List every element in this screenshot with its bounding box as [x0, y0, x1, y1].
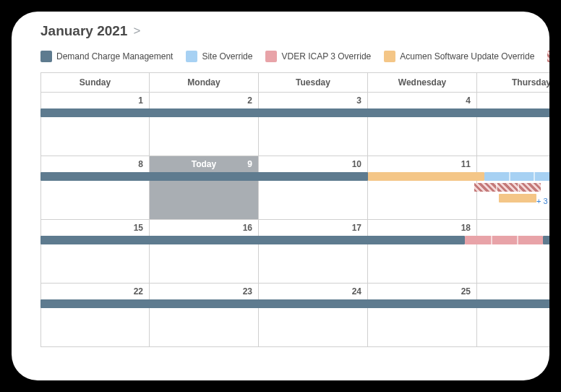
calendar-cell[interactable]: 4 — [368, 93, 477, 155]
day-header-row: SundayMondayTuesdayWednesdayThursday — [40, 72, 549, 93]
legend-label: Acumen Software Update Override — [400, 51, 534, 61]
day-header: Sunday — [40, 73, 150, 92]
legend-label: Site Override — [202, 51, 252, 61]
event-bar[interactable] — [484, 172, 549, 181]
date-number: 22 — [134, 286, 143, 297]
month-title: January 2021 — [40, 23, 127, 39]
event-bar[interactable] — [368, 172, 484, 181]
more-events-link[interactable]: + 3 More — [536, 197, 549, 205]
legend-swatch — [265, 51, 277, 62]
calendar-cell[interactable]: 2 — [150, 93, 259, 155]
legend-item: VDER ICAP 3 Override — [265, 51, 371, 62]
legend-swatch — [547, 51, 549, 62]
date-number: 1 — [138, 95, 143, 106]
date-number: 24 — [352, 286, 361, 297]
date-number: 11 — [461, 159, 471, 169]
calendar-cell[interactable]: 11 — [368, 156, 477, 219]
calendar-cell[interactable] — [477, 284, 549, 346]
calendar-cell[interactable]: 3 — [259, 93, 368, 155]
calendar-cell[interactable] — [477, 93, 549, 155]
calendar-cell[interactable]: 10 — [259, 156, 368, 219]
calendar-cell[interactable]: 25 — [368, 284, 477, 346]
day-header: Thursday — [477, 73, 549, 92]
day-header: Tuesday — [259, 73, 368, 92]
legend: Demand Charge ManagementSite OverrideVDE… — [40, 48, 549, 72]
next-month-button[interactable]: > — [133, 24, 140, 38]
date-number: 17 — [352, 223, 361, 233]
legend-label: VDER ICAP 3 Override — [281, 51, 371, 61]
calendar-cell[interactable]: 24 — [259, 284, 368, 346]
legend-item — [547, 51, 549, 62]
calendar-week: 22232425 — [40, 284, 549, 347]
legend-item: Site Override — [186, 51, 252, 62]
event-bar[interactable] — [499, 194, 536, 203]
event-bar[interactable] — [40, 299, 549, 308]
event-bar[interactable] — [40, 236, 465, 244]
calendar-week: 15161718 — [40, 220, 549, 284]
legend-item: Demand Charge Management — [40, 51, 173, 62]
calendar-grid: SundayMondayTuesdayWednesdayThursday 123… — [40, 72, 549, 347]
calendar-week: 1234 — [40, 93, 549, 156]
event-bar[interactable] — [474, 183, 541, 192]
date-number: 8 — [138, 159, 143, 169]
calendar-cell[interactable]: 1 — [40, 93, 150, 155]
calendar-cell[interactable]: 15 — [40, 220, 150, 283]
legend-swatch — [40, 51, 52, 62]
day-header: Monday — [150, 73, 259, 92]
calendar-cell[interactable]: 18 — [368, 220, 477, 283]
legend-swatch — [384, 51, 395, 62]
calendar-cell[interactable]: 22 — [40, 284, 150, 346]
calendar-panel: January 2021 > Demand Charge ManagementS… — [12, 12, 549, 380]
day-header: Wednesday — [368, 73, 477, 92]
month-header: January 2021 > — [40, 19, 549, 48]
event-bar[interactable] — [543, 236, 549, 244]
date-number: 10 — [352, 159, 361, 169]
legend-label: Demand Charge Management — [56, 51, 173, 61]
calendar-cell[interactable]: 8 — [40, 156, 150, 219]
calendar-week: 8Today91011+ 3 More — [40, 156, 549, 220]
date-number: 18 — [461, 223, 471, 233]
calendar-cell[interactable]: 17 — [259, 220, 368, 283]
date-number: 4 — [466, 95, 471, 106]
date-number: 16 — [243, 223, 252, 233]
legend-item: Acumen Software Update Override — [384, 51, 534, 62]
event-bar[interactable] — [40, 172, 368, 181]
date-number: 9 — [247, 159, 252, 169]
date-number: 23 — [243, 286, 252, 297]
calendar-cell[interactable]: 23 — [150, 284, 259, 346]
date-number: 3 — [356, 95, 361, 106]
date-number: 2 — [247, 95, 252, 106]
date-number: 25 — [461, 286, 471, 297]
event-bar[interactable] — [40, 108, 549, 117]
calendar-cell[interactable]: 16 — [150, 220, 259, 283]
event-bar[interactable] — [465, 236, 543, 244]
today-label: Today — [150, 159, 258, 169]
legend-swatch — [186, 51, 197, 62]
date-number: 15 — [134, 223, 143, 233]
calendar-cell[interactable]: Today9 — [150, 156, 259, 219]
calendar-cell[interactable] — [477, 220, 549, 283]
